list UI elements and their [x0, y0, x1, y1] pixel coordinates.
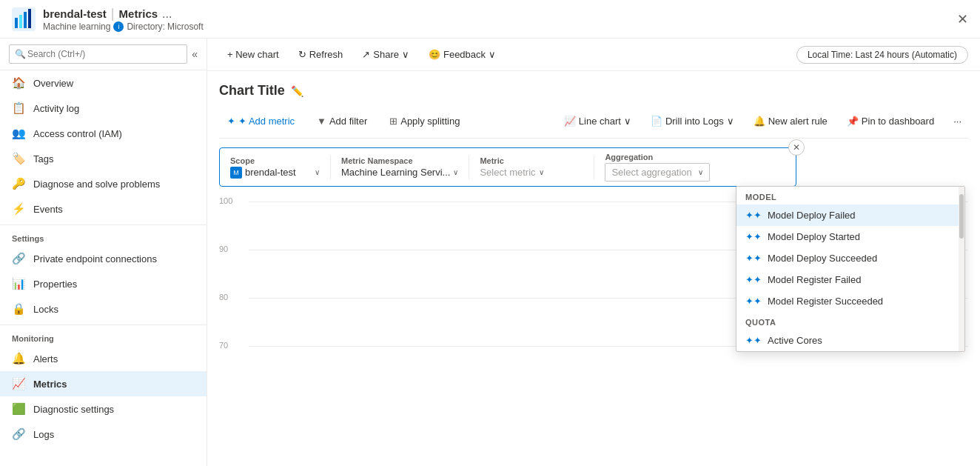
sidebar-item-alerts[interactable]: 🔔 Alerts: [0, 346, 207, 371]
pin-label: Pin to dashboard: [862, 116, 934, 127]
sidebar-item-access-control[interactable]: 👥 Access control (IAM): [0, 121, 207, 146]
metric-item-icon: ✦✦: [745, 296, 762, 307]
metric-label: Metric: [480, 156, 583, 165]
settings-section-header: Settings: [0, 224, 207, 246]
aggregation-field: Aggregation Select aggregation ∨: [597, 153, 716, 182]
monitoring-section-header: Monitoring: [0, 324, 207, 346]
apply-splitting-button[interactable]: ⊞ Apply splitting: [381, 112, 468, 130]
share-button[interactable]: ↗ Share ∨: [354, 44, 417, 64]
sidebar-item-label: Diagnostic settings: [33, 404, 114, 415]
drill-logs-chevron-icon: ∨: [727, 116, 734, 127]
metric-value-row: Select metric ∨: [480, 167, 583, 178]
sidebar-item-events[interactable]: ⚡ Events: [0, 196, 207, 222]
namespace-value-row: Machine Learning Servi... ∨: [341, 167, 458, 178]
page-type: Metrics: [119, 7, 158, 20]
new-alert-label: New alert rule: [768, 116, 828, 127]
metric-toolbar: ✦ ✦ Add metric ▼ Add filter ⊞ Apply spli…: [219, 107, 968, 139]
metric-placeholder: Select metric: [480, 167, 535, 178]
sidebar-item-activity-log[interactable]: 📋 Activity log: [0, 96, 207, 121]
content-area: + New chart ↻ Refresh ↗ Share ∨ 😊 Feedba…: [207, 39, 980, 466]
main-layout: 🔍 « 🏠 Overview 📋 Activity log 👥 Access c…: [0, 39, 980, 466]
share-label: Share: [373, 49, 399, 60]
time-range-button[interactable]: Local Time: Last 24 hours (Automatic): [796, 46, 968, 64]
apply-splitting-label: Apply splitting: [400, 116, 460, 127]
metric-item-label: Model Register Succeeded: [768, 296, 883, 307]
refresh-label: Refresh: [309, 49, 343, 60]
scope-input[interactable]: [245, 167, 312, 178]
tags-icon: 🏷️: [12, 152, 26, 165]
settings-nav: 🔗 Private endpoint connections 📊 Propert…: [0, 246, 207, 322]
sidebar-item-logs[interactable]: 🔗 Logs: [0, 422, 207, 447]
collapse-sidebar-button[interactable]: «: [192, 48, 198, 60]
dropdown-item-model-deploy-succeeded[interactable]: ✦✦ Model Deploy Succeeded: [736, 247, 964, 269]
field-separator-3: [594, 156, 594, 179]
metric-selector-container: Scope M ∨ Metric Namespace Mach: [219, 147, 796, 187]
access-control-icon: 👥: [12, 127, 26, 140]
activity-log-icon: 📋: [12, 101, 26, 115]
namespace-label: Metric Namespace: [341, 156, 458, 165]
locks-icon: 🔒: [12, 302, 26, 316]
dropdown-item-model-register-succeeded[interactable]: ✦✦ Model Register Succeeded: [736, 290, 964, 312]
dropdown-item-model-deploy-failed[interactable]: ✦✦ Model Deploy Failed: [736, 204, 964, 226]
metric-field: Metric Select metric ∨: [472, 156, 591, 178]
share-chevron-icon: ∨: [402, 49, 409, 60]
grid-label-70: 70: [219, 341, 228, 350]
refresh-button[interactable]: ↻ Refresh: [290, 44, 352, 64]
monitoring-nav: 🔔 Alerts 📈 Metrics 🟩 Diagnostic settings…: [0, 346, 207, 447]
svg-rect-4: [28, 9, 31, 28]
metric-item-icon: ✦✦: [745, 231, 762, 242]
sidebar-item-properties[interactable]: 📊 Properties: [0, 271, 207, 296]
new-alert-rule-button[interactable]: 🔔 New alert rule: [747, 112, 834, 130]
top-bar: brendal-test | Metrics ... Machine learn…: [0, 0, 980, 39]
diagnostic-icon: 🟩: [12, 402, 26, 416]
model-category-label: MODEL: [736, 187, 964, 204]
sidebar-item-label: Events: [33, 204, 63, 215]
namespace-value: Machine Learning Servi...: [341, 167, 450, 178]
feedback-button[interactable]: 😊 Feedback ∨: [420, 44, 504, 64]
namespace-field: Metric Namespace Machine Learning Servi.…: [334, 156, 466, 178]
new-alert-icon: 🔔: [754, 116, 765, 127]
ellipsis-button[interactable]: ...: [162, 7, 172, 21]
drill-logs-button[interactable]: 📄 Drill into Logs ∨: [644, 112, 741, 130]
sidebar-item-locks[interactable]: 🔒 Locks: [0, 296, 207, 322]
close-button[interactable]: ✕: [957, 11, 968, 27]
sidebar-item-private-endpoint[interactable]: 🔗 Private endpoint connections: [0, 246, 207, 271]
scope-chevron-icon: ∨: [315, 168, 320, 176]
grid-label-100: 100: [219, 196, 232, 205]
dropdown-item-active-cores[interactable]: ✦✦ Active Cores: [736, 330, 964, 351]
remove-metric-button[interactable]: ✕: [788, 139, 805, 156]
add-metric-button[interactable]: ✦ ✦ Add metric: [219, 112, 303, 130]
dropdown-item-model-register-failed[interactable]: ✦✦ Model Register Failed: [736, 269, 964, 290]
pin-dashboard-button[interactable]: 📌 Pin to dashboard: [840, 112, 941, 130]
scope-resource-icon: M: [230, 167, 242, 179]
aggregation-dropdown[interactable]: Select aggregation ∨: [605, 163, 709, 182]
sidebar-item-label: Activity log: [33, 103, 79, 114]
sidebar-item-diagnose[interactable]: 🔑 Diagnose and solve problems: [0, 171, 207, 196]
dropdown-scrollbar[interactable]: [959, 187, 964, 351]
metric-item-label: Model Deploy Started: [768, 231, 860, 242]
line-chart-chevron-icon: ∨: [624, 116, 631, 127]
sidebar-item-diagnostic[interactable]: 🟩 Diagnostic settings: [0, 396, 207, 422]
sidebar-item-label: Tags: [33, 153, 53, 164]
sidebar-item-metrics[interactable]: 📈 Metrics: [0, 371, 207, 396]
title-separator: |: [111, 6, 115, 21]
scope-label: Scope: [230, 156, 320, 165]
sidebar-item-tags[interactable]: 🏷️ Tags: [0, 146, 207, 171]
edit-title-icon[interactable]: ✏️: [291, 85, 303, 97]
namespace-dropdown[interactable]: Machine Learning Servi... ∨: [341, 167, 458, 178]
scope-value-row: M ∨: [230, 167, 320, 179]
sidebar-item-label: Properties: [33, 279, 77, 290]
main-toolbar: + New chart ↻ Refresh ↗ Share ∨ 😊 Feedba…: [207, 39, 980, 71]
app-title-group: brendal-test | Metrics ... Machine learn…: [43, 6, 204, 32]
dropdown-item-model-deploy-started[interactable]: ✦✦ Model Deploy Started: [736, 226, 964, 247]
metric-dropdown-button[interactable]: Select metric ∨: [480, 167, 583, 178]
alerts-icon: 🔔: [12, 352, 26, 365]
feedback-chevron-icon: ∨: [489, 49, 496, 60]
more-options-button[interactable]: ···: [947, 112, 968, 130]
svg-rect-3: [24, 12, 27, 28]
add-filter-button[interactable]: ▼ Add filter: [309, 112, 375, 130]
new-chart-button[interactable]: + New chart: [219, 44, 287, 64]
line-chart-button[interactable]: 📈 Line chart ∨: [557, 112, 638, 130]
search-input[interactable]: [9, 44, 187, 64]
sidebar-item-overview[interactable]: 🏠 Overview: [0, 70, 207, 96]
